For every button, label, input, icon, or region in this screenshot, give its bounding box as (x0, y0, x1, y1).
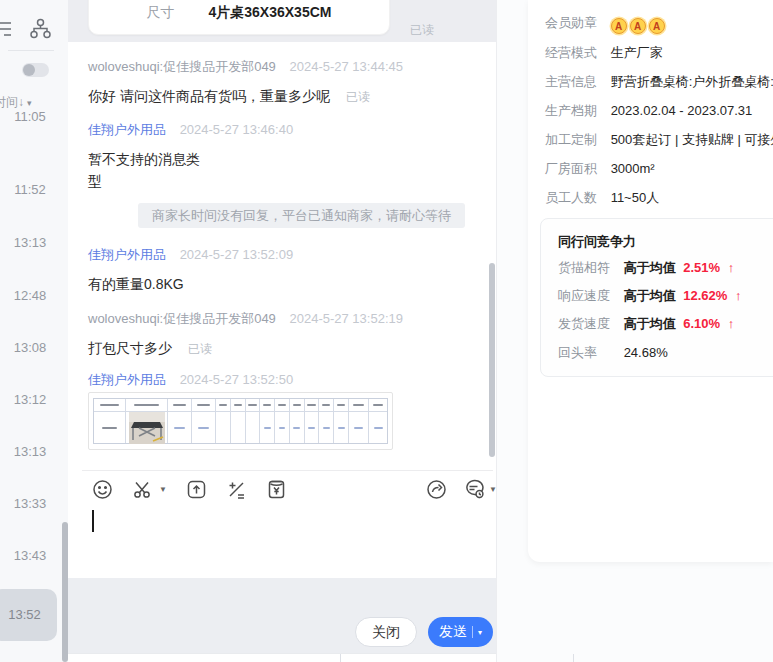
quote-price-icon[interactable] (226, 479, 247, 500)
bottom-divider-tick (340, 654, 341, 662)
table-photo-thumbnail (129, 412, 165, 444)
chevron-down-icon: ▼ (159, 485, 167, 494)
conversation-item[interactable]: 11:52 (0, 179, 60, 201)
message-timestamp: 2024-5-27 13:52:19 (289, 311, 402, 326)
product-spec-table-image[interactable] (88, 392, 393, 450)
spec-label: 尺寸 (147, 4, 175, 22)
read-status: 已读 (346, 90, 370, 104)
field-label: 生产档期 (545, 102, 601, 120)
message-timestamp: 2024-5-27 13:52:50 (180, 372, 293, 387)
field-label: 员工人数 (545, 189, 601, 207)
red-packet-icon[interactable] (266, 479, 287, 500)
chat-message: 佳翔户外用品 2024-5-27 13:52:50 (88, 371, 483, 389)
forward-icon[interactable] (426, 479, 447, 500)
gold-medal-icon: A (611, 18, 627, 34)
field-label: 加工定制 (545, 131, 601, 149)
field-value: 3000m² (611, 161, 655, 176)
spec-value: 4片桌36X36X35CM (209, 4, 332, 22)
metric-value: 12.62% (683, 288, 727, 303)
metric-prefix: 高于均值 (624, 260, 676, 275)
chat-scrollbar-thumb[interactable] (489, 263, 495, 457)
sender-name: 佳翔户外用品 (88, 372, 166, 387)
conversation-item[interactable]: 12:48 (0, 285, 60, 307)
close-button[interactable]: 关闭 (355, 617, 417, 647)
field-value: 野营折叠桌椅:户外折叠桌椅:运动 (611, 74, 773, 89)
message-input-caret[interactable] (92, 510, 94, 532)
chat-message: woloveshuqi:促佳搜品开发部049 2024-5-27 13:52:1… (88, 310, 483, 360)
chat-message: 佳翔户外用品 2024-5-27 13:46:40 暂不支持的消息类型 (88, 121, 483, 192)
info-field: 厂房面积 3000m² (545, 160, 773, 178)
sender-name: 佳翔户外用品 (88, 247, 166, 262)
up-arrow-icon: ↑ (728, 260, 735, 275)
info-field: 经营模式 生产厂家 (545, 44, 773, 62)
field-label: 经营模式 (545, 44, 601, 62)
competitiveness-row: 货描相符 高于均值 2.51% ↑ (558, 259, 734, 277)
sender-name: woloveshuqi:促佳搜品开发部049 (88, 311, 276, 326)
seller-info-panel: 会员勋章 AAA 经营模式 生产厂家 主营信息 野营折叠桌椅:户外折叠桌椅:运动… (528, 0, 773, 562)
chat-panel: 尺寸 4片桌36X36X35CM 已读 woloveshuqi:促佳搜品开发部0… (68, 0, 497, 662)
competitiveness-box: 同行间竞争力 货描相符 高于均值 2.51% ↑ 响应速度 高于均值 12.62… (540, 218, 773, 377)
send-label: 发送 (439, 623, 467, 641)
conversation-list-rail: 时间↓▾ 11:05 11:52 13:13 12:48 13:08 13:12… (0, 0, 68, 662)
divider (8, 50, 54, 51)
chat-message: 佳翔户外用品 2024-5-27 13:52:09 有的重量0.8KG (88, 246, 483, 295)
info-field: 加工定制 500套起订 | 支持贴牌 | 可接外贸 (545, 131, 773, 149)
competitiveness-title: 同行间竞争力 (558, 233, 636, 251)
chevron-down-icon: ▾ (478, 628, 482, 637)
filter-icon[interactable] (0, 18, 14, 44)
message-text: 暂不支持的消息类型 (88, 148, 206, 192)
sender-name: woloveshuqi:促佳搜品开发部049 (88, 59, 276, 74)
metric-value: 6.10% (683, 316, 720, 331)
composer-toolbar: ▼ (92, 479, 287, 500)
window-bottom-strip (68, 653, 496, 662)
info-field: 生产档期 2023.02.04 - 2023.07.31 (545, 102, 773, 120)
field-label: 厂房面积 (545, 160, 601, 178)
product-spec-card[interactable]: 尺寸 4片桌36X36X35CM (88, 0, 390, 35)
system-notice: 商家长时间没有回复，平台已通知商家，请耐心等待 (138, 203, 465, 228)
metric-label: 回头率 (558, 344, 614, 362)
divider (82, 470, 493, 471)
metric-label: 响应速度 (558, 287, 614, 305)
metric-prefix: 高于均值 (624, 316, 676, 331)
upload-file-icon[interactable] (186, 479, 207, 500)
bottom-divider-tick (573, 654, 574, 662)
conversation-item[interactable]: 13:43 (0, 545, 60, 567)
field-value: 2023.02.04 - 2023.07.31 (611, 103, 753, 118)
org-contacts-icon[interactable] (29, 17, 52, 44)
message-timestamp: 2024-5-27 13:44:45 (289, 59, 402, 74)
field-label: 会员勋章 (545, 14, 601, 32)
chat-history-icon[interactable]: ▼ (463, 479, 497, 500)
competitiveness-row: 发货速度 高于均值 6.10% ↑ (558, 315, 734, 333)
list-toggle-switch[interactable] (22, 63, 49, 77)
gold-medal-icon: A (649, 18, 665, 34)
conversation-item[interactable]: 13:08 (0, 337, 60, 359)
field-value: 11~50人 (611, 190, 660, 205)
metric-label: 发货速度 (558, 315, 614, 333)
field-value: 500套起订 | 支持贴牌 | 可接外贸 (611, 132, 773, 147)
emoji-icon[interactable] (92, 479, 113, 500)
conversation-item[interactable]: 13:13 (0, 441, 60, 463)
chevron-down-icon: ▼ (489, 485, 497, 494)
conversation-item[interactable]: 13:12 (0, 389, 60, 411)
info-field: 员工人数 11~50人 (545, 189, 773, 207)
field-value: 生产厂家 (611, 45, 663, 60)
message-timestamp: 2024-5-27 13:52:09 (180, 247, 293, 262)
info-field: 主营信息 野营折叠桌椅:户外折叠桌椅:运动 (545, 73, 773, 91)
competitiveness-row: 响应速度 高于均值 12.62% ↑ (558, 287, 741, 305)
conversation-item-selected[interactable]: 13:52 (0, 589, 57, 641)
conversation-item[interactable]: 13:13 (0, 232, 60, 254)
screenshot-scissors-icon[interactable]: ▼ (132, 479, 167, 500)
read-status: 已读 (410, 22, 434, 39)
conversation-item[interactable]: 11:05 (0, 106, 60, 128)
read-status: 已读 (188, 342, 212, 356)
message-text: 你好 请问这件商品有货吗，重量多少呢 (88, 88, 330, 104)
conversation-item[interactable]: 13:33 (0, 493, 60, 515)
medal-row: AAA (611, 15, 668, 30)
send-button[interactable]: 发送 ▾ (428, 617, 493, 647)
message-text: 有的重量0.8KG (88, 273, 483, 295)
metric-value: 2.51% (683, 260, 720, 275)
gold-medal-icon: A (630, 18, 646, 34)
up-arrow-icon: ↑ (735, 288, 742, 303)
message-timestamp: 2024-5-27 13:46:40 (180, 122, 293, 137)
metric-value: 24.68% (624, 345, 668, 360)
